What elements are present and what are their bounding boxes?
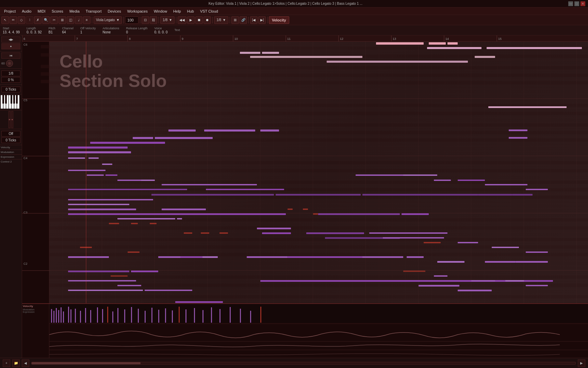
note[interactable]	[111, 275, 128, 277]
note[interactable]	[376, 42, 424, 45]
tool-select[interactable]: ↖	[1, 16, 9, 24]
maximize-button[interactable]: □	[574, 1, 579, 6]
note[interactable]	[133, 137, 153, 139]
note[interactable]	[162, 209, 206, 210]
note[interactable]	[427, 47, 481, 49]
menu-window[interactable]: Window	[151, 9, 170, 14]
note[interactable]	[288, 209, 293, 210]
stop-btn[interactable]: ⏹	[195, 16, 203, 24]
play-back[interactable]: ◀◀	[178, 16, 186, 24]
note[interactable]	[68, 209, 136, 210]
quantize-display[interactable]: 1/8	[1, 71, 20, 76]
note[interactable]	[434, 180, 451, 181]
note[interactable]	[369, 232, 447, 234]
note[interactable]	[102, 164, 112, 165]
note[interactable]	[117, 285, 141, 286]
note[interactable]	[306, 232, 364, 234]
note[interactable]	[262, 232, 291, 234]
note[interactable]	[68, 256, 109, 258]
tool-grid[interactable]: ⊞	[59, 16, 66, 24]
vel-bar[interactable]	[90, 310, 91, 323]
note[interactable]	[180, 256, 204, 258]
note[interactable]	[219, 232, 228, 234]
vel-bar[interactable]	[80, 311, 81, 323]
menu-audio[interactable]: Audio	[19, 9, 34, 14]
note[interactable]	[526, 285, 548, 286]
vel-bar[interactable]	[102, 309, 103, 323]
note[interactable]	[247, 256, 288, 258]
note[interactable]	[68, 204, 129, 205]
note[interactable]	[407, 256, 424, 258]
note[interactable]	[313, 213, 318, 215]
note[interactable]	[318, 213, 400, 215]
note[interactable]	[141, 180, 155, 181]
tool-lines[interactable]: ≡	[83, 16, 91, 24]
vel-bar[interactable]	[260, 307, 261, 323]
note[interactable]	[505, 280, 524, 281]
note[interactable]	[383, 237, 444, 239]
note[interactable]	[509, 129, 527, 131]
note[interactable]	[526, 189, 548, 190]
instrument-selector[interactable]: Viola Legato ▼	[94, 16, 122, 24]
vel-bar[interactable]	[185, 309, 186, 323]
note[interactable]	[68, 280, 136, 281]
note[interactable]	[362, 194, 478, 196]
vel-bar[interactable]	[51, 309, 52, 323]
note[interactable]	[68, 147, 128, 149]
note[interactable]	[90, 142, 165, 144]
vel-bar[interactable]	[75, 309, 76, 323]
menu-hub[interactable]: Hub	[184, 9, 197, 14]
note[interactable]	[424, 242, 441, 243]
vel-bar[interactable]	[68, 307, 69, 323]
scroll-bar[interactable]	[31, 362, 576, 365]
fader-1[interactable]	[9, 111, 11, 128]
note[interactable]	[383, 61, 468, 63]
tempo-knob[interactable]	[6, 60, 13, 67]
menu-workspaces[interactable]: Workspaces	[125, 9, 150, 14]
vel-bar[interactable]	[219, 309, 220, 323]
menu-transport[interactable]: Transport	[83, 9, 104, 14]
vel-bar[interactable]	[58, 310, 59, 323]
tool-zoom[interactable]: 🔍	[42, 16, 50, 24]
piano-roll-container[interactable]: 6 7 8 9 10 11 12 13 14 15	[22, 35, 588, 358]
note[interactable]	[487, 47, 582, 49]
menu-media[interactable]: Media	[67, 9, 82, 14]
snap-button[interactable]: ⊡	[142, 16, 149, 24]
vel-bar[interactable]	[61, 307, 62, 323]
menu-vst-cloud[interactable]: VST Cloud	[197, 9, 221, 14]
note[interactable]	[260, 129, 279, 132]
note[interactable]	[68, 151, 131, 153]
velocity-value[interactable]: 100	[125, 16, 138, 24]
add-track-btn[interactable]: +	[3, 359, 10, 367]
tool-split[interactable]: ◫	[67, 16, 74, 24]
tool-erase[interactable]: ◇	[18, 16, 25, 24]
vel-bar[interactable]	[230, 307, 231, 323]
note[interactable]	[240, 52, 260, 54]
vel-bar[interactable]	[158, 310, 159, 323]
note[interactable]	[68, 157, 85, 159]
note[interactable]	[437, 261, 464, 263]
rew-btn[interactable]: |◀	[250, 16, 258, 24]
note[interactable]	[68, 213, 286, 215]
note[interactable]	[403, 271, 425, 272]
vel-bar[interactable]	[250, 311, 251, 323]
note[interactable]	[175, 137, 213, 139]
vel-bar[interactable]	[145, 311, 146, 323]
note[interactable]	[526, 251, 548, 253]
note[interactable]	[458, 242, 478, 243]
note[interactable]	[151, 194, 274, 196]
note[interactable]	[509, 137, 527, 139]
left-btn-1[interactable]: ◀▶	[1, 36, 20, 43]
note[interactable]	[447, 42, 458, 45]
vel-bar[interactable]	[56, 308, 57, 323]
note[interactable]	[131, 271, 158, 272]
menu-project[interactable]: Project	[1, 9, 18, 14]
menu-midi[interactable]: MIDI	[35, 9, 48, 14]
note[interactable]	[257, 228, 291, 229]
note[interactable]	[485, 261, 516, 263]
vel-bar[interactable]	[70, 309, 71, 323]
note[interactable]	[175, 301, 223, 303]
vel-bar[interactable]	[117, 308, 118, 323]
vel-bar[interactable]	[97, 307, 98, 323]
note[interactable]	[512, 194, 533, 196]
